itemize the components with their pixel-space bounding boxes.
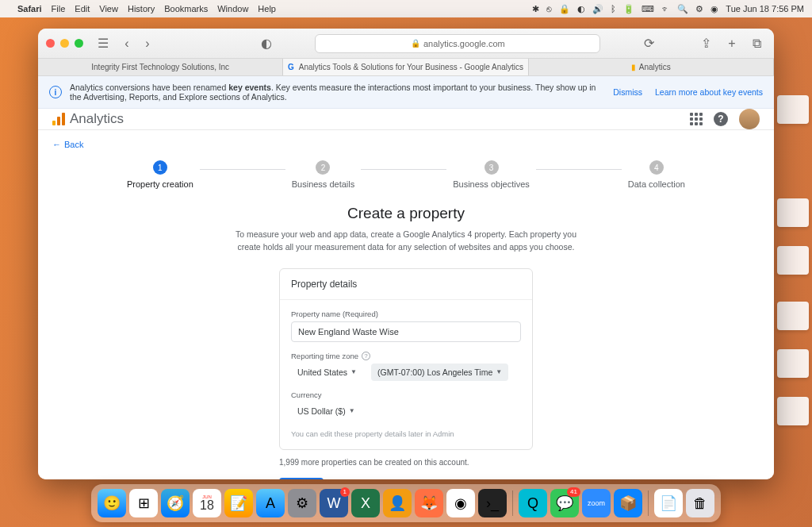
google-apps-icon[interactable] [690, 113, 703, 125]
quicktime-icon[interactable]: Q [519, 489, 547, 517]
learn-more-link[interactable]: Learn more about key events [655, 87, 763, 97]
properties-remaining: 1,999 more properties can be created on … [279, 458, 533, 467]
page-title: Create a property [347, 205, 465, 222]
menu-file[interactable]: File [52, 4, 66, 13]
timezone-select[interactable]: (GMT-07:00) Los Angeles Time▼ [371, 364, 508, 381]
desktop-item[interactable] [777, 95, 809, 124]
desktop-item[interactable] [777, 302, 809, 330]
terminal-icon[interactable]: ›_ [478, 489, 507, 517]
ga-header: Analytics ? [38, 109, 774, 130]
safari-window: ☰ ‹ › ◐ 🔒 analytics.google.com ⟳ ⇪ + ⧉ I… [38, 29, 774, 479]
arrow-left-icon: ← [52, 140, 61, 149]
address-bar[interactable]: 🔒 analytics.google.com [315, 34, 600, 53]
reload-icon[interactable]: ⟳ [641, 35, 658, 52]
finder-icon[interactable]: 🙂 [98, 489, 126, 517]
tabs-overview-icon[interactable]: ⧉ [749, 35, 766, 52]
word-icon[interactable]: W1 [320, 489, 348, 517]
currency-select[interactable]: US Dollar ($)▼ [291, 402, 362, 420]
stepper: 1 Property creation 2 Business details 3… [38, 157, 774, 197]
zoom-icon[interactable]: zoom [582, 489, 611, 517]
analytics-logo[interactable]: Analytics [52, 111, 124, 127]
desktop-item[interactable] [777, 198, 809, 227]
desktop-item[interactable] [777, 397, 809, 425]
step-property-creation[interactable]: 1 Property creation [121, 160, 200, 189]
page-content: i Analytics conversions have been rename… [38, 76, 774, 479]
lock-icon[interactable]: 🔒 [559, 4, 570, 14]
next-button[interactable]: Next [279, 478, 324, 480]
messages-icon[interactable]: 💬41 [550, 489, 579, 517]
browser-tab[interactable]: Integrity First Technology Solutions, In… [38, 59, 283, 75]
back-link[interactable]: ← Back [52, 140, 83, 149]
help-tooltip-icon[interactable]: ? [362, 352, 370, 360]
step-business-details: 2 Business details [285, 160, 362, 189]
info-icon: i [49, 86, 62, 98]
maximize-window-icon[interactable] [75, 39, 83, 48]
menu-edit[interactable]: Edit [75, 4, 90, 13]
display-icon[interactable]: ◐ [577, 4, 585, 14]
menubar-app-name[interactable]: Safari [17, 4, 42, 13]
sound-icon[interactable]: 🔊 [592, 4, 603, 14]
menu-bookmarks[interactable]: Bookmarks [164, 4, 208, 13]
privacy-report-icon[interactable]: ◐ [258, 35, 275, 52]
bluetooth-icon[interactable]: ᛒ [611, 4, 616, 13]
app-icon[interactable]: 📦 [614, 489, 642, 517]
spotlight-icon[interactable]: 🔍 [677, 4, 688, 14]
status-icon[interactable]: ✱ [532, 4, 539, 14]
country-select[interactable]: United States▼ [291, 364, 363, 381]
back-nav-icon[interactable]: ‹ [118, 35, 136, 52]
chrome-icon[interactable]: ◉ [446, 489, 475, 517]
google-g-icon: G [288, 63, 294, 71]
menubar-datetime[interactable]: Tue Jun 18 7:56 PM [726, 4, 804, 13]
timezone-label: Reporting time zone ? [291, 352, 521, 360]
battery-icon[interactable]: 🔋 [623, 4, 634, 14]
chevron-down-icon: ▼ [496, 368, 502, 375]
siri-icon[interactable]: ◉ [710, 4, 718, 14]
sidebar-toggle-icon[interactable]: ☰ [94, 35, 112, 52]
status-icon[interactable]: ⎋ [546, 4, 552, 13]
browser-tab[interactable]: ▮Analytics [529, 59, 774, 75]
safari-tab-bar: Integrity First Technology Solutions, In… [38, 59, 774, 76]
account-avatar[interactable] [739, 109, 760, 129]
desktop-item[interactable] [777, 246, 809, 275]
excel-icon[interactable]: X [351, 489, 380, 517]
control-center-icon[interactable]: ⚙ [695, 4, 703, 14]
desktop-item[interactable] [777, 349, 809, 378]
menu-window[interactable]: Window [217, 4, 248, 13]
close-window-icon[interactable] [46, 39, 55, 48]
app-icon[interactable]: 👤 [383, 489, 412, 517]
launchpad-icon[interactable]: ⊞ [129, 489, 158, 517]
help-icon[interactable]: ? [714, 112, 728, 126]
menu-view[interactable]: View [99, 4, 118, 13]
settings-icon[interactable]: ⚙ [288, 489, 316, 517]
document-icon[interactable]: 📄 [654, 489, 683, 517]
property-name-input[interactable] [291, 321, 521, 342]
step-data-collection: 4 Data collection [622, 160, 691, 189]
share-icon[interactable]: ⇪ [698, 35, 715, 52]
safari-icon[interactable]: 🧭 [161, 489, 190, 517]
trash-icon[interactable]: 🗑 [686, 489, 714, 517]
keyboard-icon[interactable]: ⌨ [642, 4, 654, 14]
new-tab-icon[interactable]: + [723, 35, 741, 52]
calendar-icon[interactable]: JUN18 [193, 489, 221, 517]
analytics-icon: ▮ [631, 63, 636, 71]
property-details-card: Property details Property name (Required… [279, 268, 533, 450]
analytics-logo-icon [52, 113, 65, 125]
notes-icon[interactable]: 📝 [224, 489, 253, 517]
firefox-icon[interactable]: 🦊 [415, 489, 443, 517]
window-controls[interactable] [46, 39, 83, 48]
currency-label: Currency [291, 390, 521, 399]
appstore-icon[interactable]: A [256, 489, 285, 517]
macos-dock: 🙂 ⊞ 🧭 JUN18 📝 A ⚙ W1 X 👤 🦊 ◉ ›_ Q 💬41 zo… [91, 484, 721, 522]
macos-menubar: Safari File Edit View History Bookmarks … [0, 0, 812, 17]
dock-separator [512, 490, 513, 516]
safari-toolbar: ☰ ‹ › ◐ 🔒 analytics.google.com ⟳ ⇪ + ⧉ [38, 29, 774, 59]
minimize-window-icon[interactable] [60, 39, 69, 48]
wifi-icon[interactable]: ᯤ [661, 4, 670, 13]
property-name-label: Property name (Required) [291, 310, 521, 318]
analytics-logo-text: Analytics [70, 111, 124, 127]
browser-tab[interactable]: GAnalytics Tools & Solutions for Your Bu… [283, 59, 528, 75]
menu-history[interactable]: History [128, 4, 155, 13]
forward-nav-icon[interactable]: › [139, 35, 156, 52]
dismiss-link[interactable]: Dismiss [613, 87, 642, 97]
menu-help[interactable]: Help [258, 4, 276, 13]
